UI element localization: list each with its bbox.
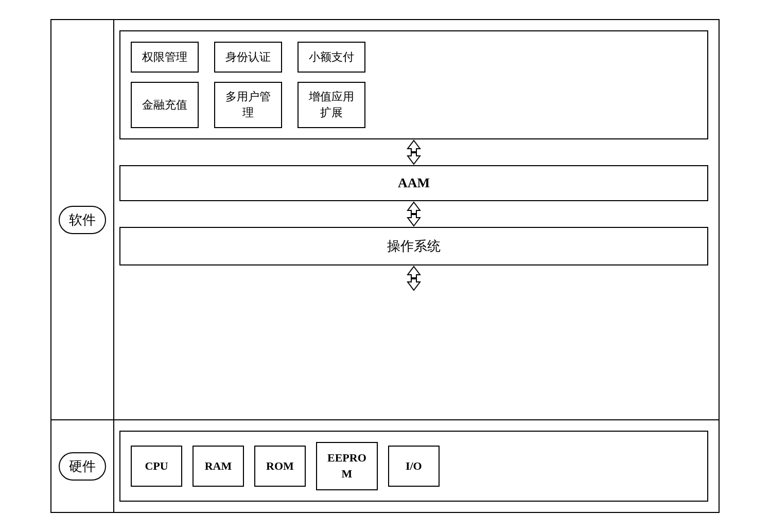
software-content: 权限管理 身份认证 小额支付 金融充值 多用户管理 增值应用扩展 <box>113 20 719 419</box>
svg-marker-3 <box>408 215 420 226</box>
svg-marker-4 <box>408 267 420 278</box>
double-arrow-aam-os <box>404 201 424 227</box>
app-jinrong: 金融充值 <box>131 82 199 128</box>
hw-io: I/O <box>388 446 440 487</box>
hardware-label: 硬件 <box>59 452 106 481</box>
apps-row-1: 权限管理 身份认证 小额支付 <box>131 42 697 73</box>
svg-marker-0 <box>408 140 420 152</box>
svg-marker-1 <box>408 153 420 164</box>
hw-rom: ROM <box>254 446 306 487</box>
apps-layer: 权限管理 身份认证 小额支付 金融充值 多用户管理 增值应用扩展 <box>119 30 708 139</box>
architecture-diagram: 软件 权限管理 身份认证 小额支付 金融充值 多用户管理 增值应用扩展 <box>50 19 720 513</box>
apps-row-2: 金融充值 多用户管理 增值应用扩展 <box>131 82 697 128</box>
connector-os-hw <box>119 265 708 291</box>
app-xiaoé: 小额支付 <box>297 42 365 73</box>
svg-marker-5 <box>408 279 420 290</box>
svg-marker-2 <box>408 202 420 214</box>
app-duoyonghu: 多用户管理 <box>214 82 282 128</box>
double-arrow-os-hw <box>404 265 424 291</box>
hw-eeprom: EEPROM <box>316 442 378 490</box>
software-section: 软件 权限管理 身份认证 小额支付 金融充值 多用户管理 增值应用扩展 <box>50 19 720 419</box>
software-label: 软件 <box>59 206 106 234</box>
aam-label: AAM <box>398 175 430 190</box>
os-label: 操作系统 <box>387 239 441 254</box>
app-quanxian: 权限管理 <box>131 42 199 73</box>
connector-apps-aam <box>119 139 708 165</box>
app-zenghzi: 增值应用扩展 <box>297 82 365 128</box>
aam-layer: AAM <box>119 165 708 201</box>
software-label-area: 软件 <box>51 20 113 419</box>
hardware-label-area: 硬件 <box>51 420 113 512</box>
app-shenfen: 身份认证 <box>214 42 282 73</box>
hw-cpu: CPU <box>131 446 182 487</box>
connector-aam-os <box>119 201 708 227</box>
os-layer: 操作系统 <box>119 227 708 265</box>
hw-ram: RAM <box>192 446 244 487</box>
hw-boxes-row: CPU RAM ROM EEPROM I/O <box>119 431 708 502</box>
hardware-section: 硬件 CPU RAM ROM EEPROM I/O <box>50 419 720 513</box>
double-arrow-apps-aam <box>404 139 424 165</box>
hardware-content: CPU RAM ROM EEPROM I/O <box>113 420 719 512</box>
